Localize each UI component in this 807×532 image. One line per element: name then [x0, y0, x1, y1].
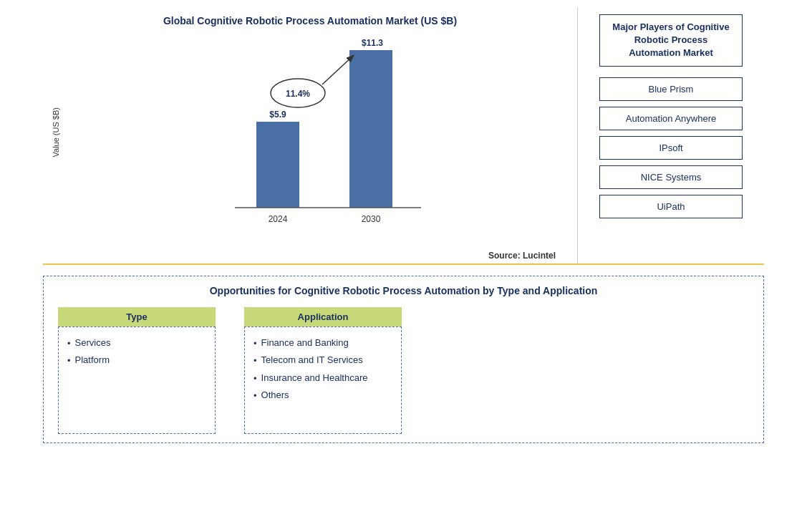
bar-label-2030: 2030	[362, 214, 381, 224]
chart-title: Global Cognitive Robotic Process Automat…	[163, 14, 457, 29]
player-item-3: NICE Systems	[599, 165, 743, 189]
type-column: Type • Services • Platform	[58, 307, 216, 434]
right-panel: Major Players of Cognitive Robotic Proce…	[578, 7, 764, 263]
bullet-1: •	[67, 352, 71, 369]
left-panel: Global Cognitive Robotic Process Automat…	[43, 7, 578, 263]
top-section: Global Cognitive Robotic Process Automat…	[43, 7, 764, 265]
type-item-1: • Platform	[67, 352, 206, 369]
annotation-arrow	[322, 56, 353, 84]
type-item-0: • Services	[67, 334, 206, 352]
opportunities-box: Opportunities for Cognitive Robotic Proc…	[43, 276, 764, 443]
app-bullet-3: •	[253, 387, 257, 404]
app-item-1: • Telecom and IT Services	[253, 352, 392, 369]
app-item-0: • Finance and Banking	[253, 334, 392, 352]
bottom-section: Opportunities for Cognitive Robotic Proc…	[43, 265, 764, 525]
player-item-4: UiPath	[599, 195, 743, 218]
source-text: Source: Lucintel	[488, 251, 570, 264]
app-item-3: • Others	[253, 387, 392, 404]
bullet-0: •	[67, 335, 71, 352]
annotation-text: 11.4%	[286, 89, 310, 99]
bar-label-2024: 2024	[269, 214, 288, 224]
chart-svg: 2024 2030 $5.9 $11.3 11.4%	[213, 43, 428, 229]
bar-value-2030: $11.3	[362, 38, 383, 48]
app-bullet-0: •	[253, 335, 257, 352]
type-header: Type	[58, 307, 216, 327]
players-title: Major Players of Cognitive Robotic Proce…	[599, 14, 743, 67]
app-item-2: • Insurance and Healthcare	[253, 369, 392, 387]
player-item-2: IPsoft	[599, 136, 743, 160]
application-header: Application	[244, 307, 402, 327]
application-column: Application • Finance and Banking • Tele…	[244, 307, 402, 434]
main-container: Global Cognitive Robotic Process Automat…	[0, 0, 807, 532]
player-item-1: Automation Anywhere	[599, 107, 743, 130]
app-bullet-1: •	[253, 352, 257, 369]
opportunities-content: Type • Services • Platform Appli	[58, 307, 749, 434]
application-list-box: • Finance and Banking • Telecom and IT S…	[244, 327, 402, 434]
y-axis-label: Value (US $B)	[52, 107, 60, 158]
bar-2024	[256, 122, 299, 208]
player-item-0: Blue Prism	[599, 77, 743, 101]
type-list-box: • Services • Platform	[58, 327, 216, 434]
bar-value-2024: $5.9	[269, 110, 286, 120]
app-bullet-2: •	[253, 370, 257, 387]
bar-2030	[349, 50, 392, 208]
chart-area: Value (US $B) 2024 2030	[50, 36, 570, 251]
opportunities-title: Opportunities for Cognitive Robotic Proc…	[58, 285, 749, 296]
